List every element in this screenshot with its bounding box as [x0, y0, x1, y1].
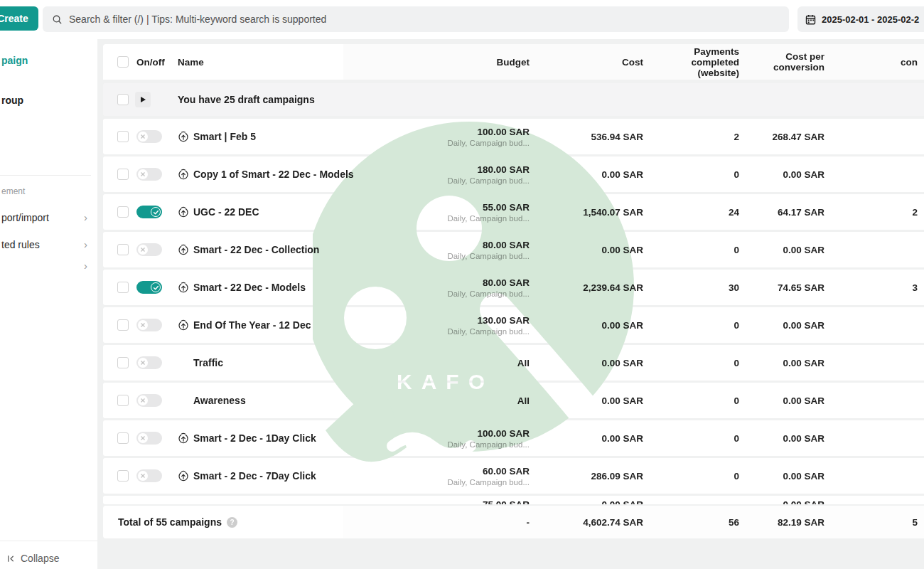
create-button[interactable]: Create: [0, 6, 38, 31]
campaign-name[interactable]: Traffic: [193, 357, 223, 368]
select-all-checkbox[interactable]: [117, 56, 129, 68]
header-cost[interactable]: Cost: [622, 57, 643, 68]
smart-campaign-icon: [178, 432, 189, 444]
sidebar-divider: [0, 175, 91, 176]
cost-per-conversion-value: 0.00 SAR: [739, 169, 824, 180]
table-row: Smart - 22 Dec - Collection 80.00 SAR Da…: [103, 232, 924, 267]
campaign-name[interactable]: Smart - 2 Dec - 7Day Click: [193, 470, 316, 482]
campaign-name[interactable]: End Of The Year - 12 Dec: [193, 319, 311, 331]
campaign-name[interactable]: Smart - 22 Dec - Collection: [193, 244, 319, 255]
sidebar: paign roup ement port/import › ted rules…: [0, 39, 97, 569]
campaign-name[interactable]: Smart | Feb 5: [193, 131, 256, 142]
budget-value: 80.00 SAR: [367, 240, 530, 250]
row-checkbox[interactable]: [117, 470, 129, 482]
payments-value: 0: [643, 471, 739, 482]
cost-per-conversion-value: 74.65 SAR: [739, 282, 824, 293]
header-clipped-column[interactable]: con: [901, 57, 918, 68]
budget-type: Daily, Campaign bud...: [367, 214, 530, 223]
date-range-picker[interactable]: 2025-02-01 - 2025-02-2: [797, 6, 924, 32]
total-cost-per-conversion: 82.19 SAR: [739, 517, 824, 528]
smart-campaign-icon: [178, 244, 189, 255]
row-toggle[interactable]: [136, 319, 162, 331]
budget-value: All: [367, 358, 530, 368]
campaign-table: On/off Name Budget Cost Payments complet…: [103, 39, 924, 569]
cost-per-conversion-value: 64.17 SAR: [739, 207, 824, 218]
cost-value: 536.94 SAR: [530, 132, 643, 142]
table-row: Smart - 22 Dec - Models 80.00 SAR Daily,…: [103, 270, 924, 305]
cost-value: 0.00 SAR: [530, 320, 643, 331]
cost-per-conversion-value: 0.00 SAR: [739, 395, 824, 406]
total-cost: 4,602.74 SAR: [530, 517, 643, 528]
campaign-name[interactable]: Copy 1 of Smart - 22 Dec - Models: [193, 169, 354, 180]
sidebar-item-campaign[interactable]: paign: [0, 55, 97, 66]
payments-value: 2: [643, 132, 739, 142]
row-toggle[interactable]: [136, 356, 162, 369]
smart-campaign-icon: [178, 319, 189, 331]
campaign-name[interactable]: UGC - 22 DEC: [193, 206, 259, 218]
budget-type: Daily, Campaign bud...: [367, 176, 530, 185]
row-toggle[interactable]: [136, 432, 162, 445]
table-row: 75.00 SAR 0.00 SAR - 0.00 SAR: [103, 496, 924, 504]
budget-type: Daily, Campaign bud...: [367, 139, 530, 147]
cost-value: 0.00 SAR: [530, 499, 643, 505]
budget-value: 80.00 SAR: [367, 277, 530, 288]
sidebar-item-automated-rules[interactable]: ted rules ›: [0, 239, 97, 250]
payments-value: 30: [643, 282, 739, 293]
row-checkbox[interactable]: [117, 169, 129, 180]
budget-type: Daily, Campaign bud...: [367, 440, 530, 449]
cost-per-conversion-value: 0.00 SAR: [739, 433, 824, 444]
budget-value: 180.00 SAR: [367, 164, 530, 175]
header-cost-per-conversion[interactable]: Cost per conversion: [769, 51, 824, 73]
total-budget: -: [367, 517, 530, 528]
smart-campaign-icon: [178, 470, 189, 482]
header-onoff: On/off: [136, 57, 165, 68]
row-toggle[interactable]: [136, 394, 162, 407]
row-checkbox[interactable]: [117, 282, 129, 293]
payments-value: 0: [643, 395, 739, 406]
row-checkbox[interactable]: [117, 131, 129, 142]
row-toggle[interactable]: [136, 206, 162, 218]
campaign-name[interactable]: Smart - 22 Dec - Models: [193, 282, 306, 293]
expand-button[interactable]: [135, 92, 151, 107]
clipped-column-value: 2: [824, 207, 918, 218]
budget-value: 75.00 SAR: [367, 499, 530, 505]
chevron-right-icon: ›: [84, 241, 87, 248]
sidebar-item-ad-group[interactable]: roup: [0, 95, 97, 106]
budget-value: 55.00 SAR: [367, 202, 530, 213]
budget-type: Daily, Campaign bud...: [367, 289, 530, 298]
row-checkbox[interactable]: [117, 432, 129, 444]
row-checkbox[interactable]: [117, 395, 129, 406]
search-input[interactable]: Search & filter (/) | Tips: Multi-keywor…: [43, 6, 789, 32]
row-toggle[interactable]: [136, 281, 162, 294]
sidebar-item-export-import[interactable]: port/import ›: [0, 212, 97, 223]
cost-value: 0.00 SAR: [530, 358, 643, 368]
smart-campaign-icon: [178, 282, 189, 293]
campaign-name[interactable]: Awareness: [193, 395, 246, 406]
row-checkbox[interactable]: [117, 357, 129, 368]
smart-campaign-icon: [178, 169, 189, 180]
collapse-icon: [6, 554, 16, 563]
cost-per-conversion-value: 0.00 SAR: [739, 471, 824, 482]
help-icon[interactable]: ?: [227, 517, 237, 528]
clipped-column-value: 3: [824, 282, 918, 293]
sidebar-item-label: port/import: [1, 212, 49, 223]
row-toggle[interactable]: [136, 168, 162, 181]
row-checkbox[interactable]: [117, 206, 129, 218]
campaign-name[interactable]: Smart - 2 Dec - 1Day Click: [193, 432, 316, 444]
row-toggle[interactable]: [136, 130, 162, 143]
sidebar-collapse-button[interactable]: Collapse: [0, 553, 97, 564]
table-row: End Of The Year - 12 Dec 130.00 SAR Dail…: [103, 307, 924, 343]
search-placeholder: Search & filter (/) | Tips: Multi-keywor…: [69, 14, 326, 25]
cost-value: 0.00 SAR: [530, 245, 643, 255]
header-payments-completed[interactable]: Payments completed (website): [679, 46, 739, 78]
row-checkbox[interactable]: [117, 319, 129, 331]
budget-value: 100.00 SAR: [367, 428, 530, 439]
draft-row-checkbox[interactable]: [117, 94, 129, 105]
row-toggle[interactable]: [136, 469, 162, 482]
row-checkbox[interactable]: [117, 244, 129, 255]
header-budget[interactable]: Budget: [497, 57, 530, 68]
row-toggle[interactable]: [136, 243, 162, 256]
cost-per-conversion-value: 0.00 SAR: [739, 320, 824, 331]
payments-value: 0: [643, 245, 739, 255]
payments-value: -: [643, 499, 739, 505]
